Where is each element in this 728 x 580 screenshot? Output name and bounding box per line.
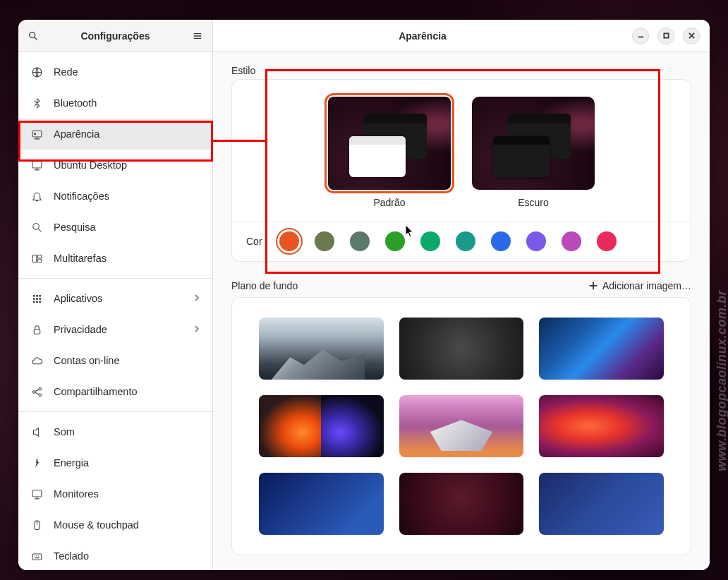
close-button[interactable] bbox=[683, 28, 700, 44]
color-swatch-8[interactable] bbox=[562, 231, 581, 251]
chevron-right-icon bbox=[193, 324, 201, 335]
svg-point-20 bbox=[39, 295, 40, 296]
lock-icon bbox=[30, 322, 44, 337]
titlebar: Configurações Aparência bbox=[18, 20, 710, 52]
display-icon bbox=[30, 487, 44, 501]
apps-icon bbox=[30, 291, 44, 306]
sidebar-title: Configurações bbox=[48, 30, 183, 42]
color-row: Cor bbox=[232, 221, 691, 261]
sidebar-item-search[interactable]: Pesquisa bbox=[18, 212, 212, 243]
theme-dark-label: Escuro bbox=[472, 197, 595, 208]
color-swatch-2[interactable] bbox=[350, 231, 370, 251]
titlebar-left: Configurações bbox=[18, 20, 213, 52]
svg-rect-10 bbox=[32, 131, 42, 137]
sidebar-item-label: Privacidade bbox=[54, 324, 107, 335]
sidebar-item-mouse[interactable]: Mouse & touchpad bbox=[18, 509, 212, 540]
sidebar-item-bell[interactable]: Notificações bbox=[18, 181, 212, 212]
wallpaper-purple-polygon[interactable] bbox=[399, 395, 524, 457]
page-title: Aparência bbox=[213, 30, 632, 42]
color-swatch-1[interactable] bbox=[315, 231, 334, 251]
maximize-icon bbox=[663, 32, 669, 39]
sidebar-item-appearance[interactable]: Aparência bbox=[18, 119, 212, 150]
sidebar-item-label: Notificações bbox=[54, 191, 109, 202]
search-button[interactable] bbox=[23, 25, 44, 47]
wallpaper-mountains[interactable] bbox=[259, 318, 384, 380]
svg-rect-15 bbox=[32, 255, 37, 262]
color-swatch-5[interactable] bbox=[456, 231, 475, 251]
search-icon bbox=[30, 220, 44, 234]
color-swatches bbox=[279, 231, 617, 251]
svg-rect-6 bbox=[664, 33, 668, 37]
maximize-button[interactable] bbox=[657, 28, 674, 44]
sound-icon bbox=[30, 425, 44, 439]
wallpaper-orange-swirl[interactable] bbox=[539, 395, 664, 457]
mouse-icon bbox=[30, 518, 44, 532]
color-swatch-7[interactable] bbox=[526, 231, 546, 251]
wallpaper-blue-leaves[interactable] bbox=[539, 318, 664, 380]
svg-point-24 bbox=[33, 301, 35, 302]
sidebar-item-apps[interactable]: Aplicativos bbox=[18, 283, 212, 314]
svg-point-13 bbox=[32, 223, 39, 229]
background-header: Plano de fundo Adicionar imagem… bbox=[231, 280, 691, 291]
wallpaper-grid bbox=[232, 298, 691, 555]
svg-point-0 bbox=[30, 32, 35, 37]
hamburger-icon bbox=[192, 30, 203, 42]
bell-icon bbox=[30, 189, 44, 203]
sidebar-item-share[interactable]: Compartilhamento bbox=[18, 376, 212, 407]
minimize-button[interactable] bbox=[632, 28, 649, 44]
sidebar-item-keyboard[interactable]: Teclado bbox=[18, 540, 212, 570]
theme-default-label: Padrão bbox=[328, 197, 451, 208]
sidebar-item-display[interactable]: Monitores bbox=[18, 478, 212, 509]
wallpaper-dark-dots[interactable] bbox=[399, 318, 524, 380]
svg-line-1 bbox=[35, 37, 37, 40]
multitasking-icon bbox=[30, 251, 44, 265]
svg-point-22 bbox=[36, 298, 37, 299]
svg-line-32 bbox=[35, 392, 39, 394]
sidebar[interactable]: RedeBluetoothAparênciaUbuntu DesktopNoti… bbox=[18, 52, 213, 570]
theme-dark[interactable]: Escuro bbox=[472, 97, 595, 208]
color-swatch-6[interactable] bbox=[491, 231, 511, 251]
sidebar-item-multitasking[interactable]: Multitarefas bbox=[18, 243, 212, 274]
search-icon bbox=[28, 30, 39, 42]
wallpaper-maroon-dots[interactable] bbox=[399, 473, 524, 535]
svg-point-29 bbox=[38, 387, 41, 390]
sidebar-item-network[interactable]: Rede bbox=[18, 56, 212, 87]
sidebar-item-label: Multitarefas bbox=[54, 253, 107, 264]
sidebar-item-label: Teclado bbox=[54, 550, 89, 562]
sidebar-item-desktop[interactable]: Ubuntu Desktop bbox=[18, 150, 212, 181]
add-image-button[interactable]: Adicionar imagem… bbox=[588, 280, 691, 291]
window-controls bbox=[632, 28, 700, 44]
style-section-label: Estilo bbox=[231, 65, 691, 76]
svg-point-26 bbox=[39, 301, 40, 302]
wallpaper-split-abstract[interactable] bbox=[259, 395, 384, 457]
menu-button[interactable] bbox=[187, 25, 208, 47]
wallpaper-blue-streaks-2[interactable] bbox=[539, 473, 664, 535]
sidebar-item-power[interactable]: Energia bbox=[18, 447, 212, 478]
sidebar-item-bluetooth[interactable]: Bluetooth bbox=[18, 87, 212, 119]
color-swatch-4[interactable] bbox=[420, 231, 440, 251]
titlebar-right: Aparência bbox=[213, 20, 710, 52]
sidebar-item-lock[interactable]: Privacidade bbox=[18, 314, 212, 345]
desktop-icon bbox=[30, 158, 44, 172]
svg-rect-33 bbox=[32, 490, 42, 496]
sidebar-item-label: Aplicativos bbox=[54, 293, 102, 304]
svg-point-30 bbox=[38, 393, 41, 396]
color-swatch-9[interactable] bbox=[597, 231, 617, 251]
color-swatch-0[interactable] bbox=[279, 231, 299, 251]
color-swatch-3[interactable] bbox=[385, 231, 405, 251]
svg-rect-12 bbox=[32, 161, 42, 167]
svg-point-19 bbox=[36, 295, 37, 296]
wallpaper-blue-streaks[interactable] bbox=[259, 473, 384, 535]
sidebar-item-cloud[interactable]: Contas on-line bbox=[18, 345, 212, 376]
sidebar-item-sound[interactable]: Som bbox=[18, 416, 212, 447]
svg-rect-16 bbox=[37, 255, 42, 258]
style-card: Padrão Escuro Cor bbox=[231, 79, 691, 262]
svg-point-18 bbox=[33, 295, 35, 296]
sidebar-item-label: Som bbox=[54, 426, 75, 437]
svg-point-11 bbox=[34, 133, 35, 134]
svg-point-28 bbox=[32, 390, 35, 393]
minimize-icon bbox=[638, 32, 644, 39]
sidebar-item-label: Energia bbox=[54, 457, 89, 469]
theme-default[interactable]: Padrão bbox=[328, 97, 451, 208]
theme-default-thumb bbox=[328, 97, 451, 190]
